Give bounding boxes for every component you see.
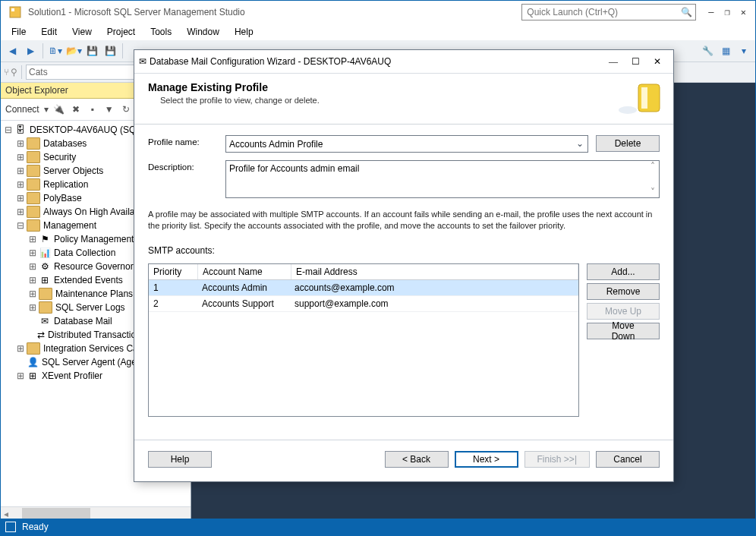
nav-back-icon[interactable]: ◀ [4,43,20,59]
delete-button[interactable]: Delete [596,135,660,152]
table-header: Priority Account Name E-mail Address [149,264,578,280]
status-text: Ready [22,522,49,532]
expand-icon[interactable]: ⊞ [16,138,25,150]
grid-icon[interactable]: ▦ [717,43,734,59]
move-up-button: Move Up [587,303,660,320]
svg-rect-3 [641,87,647,109]
move-down-button[interactable]: Move Down [587,323,660,339]
menu-window[interactable]: Window [181,25,225,39]
col-account[interactable]: Account Name [198,264,291,279]
resource-gov-icon: ⚙ [39,261,51,272]
back-button[interactable]: < Back [385,451,449,468]
tree-extended-events[interactable]: Extended Events [52,275,123,285]
textarea-scrollbar[interactable]: ˄˅ [646,161,659,197]
cancel-button[interactable]: Cancel [596,451,660,468]
folder-icon [27,137,40,150]
collapse-icon[interactable]: ⊟ [4,125,13,136]
save-icon[interactable]: 💾 [83,43,100,59]
agent-icon: 👤 [27,357,39,367]
disconnect-icon[interactable]: ✖ [68,103,83,115]
info-text: A profile may be associated with multipl… [148,209,660,232]
window-title: Solution1 - Microsoft SQL Server Managem… [28,7,245,17]
menu-project[interactable]: Project [101,25,141,39]
svg-point-4 [619,106,637,114]
tree-replication[interactable]: Replication [42,179,88,190]
connect-icon[interactable]: 🔌 [52,103,67,115]
tree-xevent[interactable]: XEvent Profiler [40,370,102,381]
menu-help[interactable]: Help [228,25,260,39]
minimize-button[interactable]: — [708,7,713,17]
titlebar: Solution1 - Microsoft SQL Server Managem… [1,1,755,24]
description-value: Profile for Accounts admin email [229,163,359,174]
dialog-heading: Manage Existing Profile [148,81,617,93]
dialog-icon: ✉ [139,56,146,67]
server-icon: 🗄 [14,125,27,135]
tree-resource-gov[interactable]: Resource Governor [52,261,134,272]
svg-rect-1 [11,8,14,11]
statusbar: Ready [1,519,755,535]
tree-database-mail[interactable]: Database Mail [52,316,112,326]
wizard-banner-icon [617,81,663,118]
tree-databases[interactable]: Databases [42,138,87,149]
dtc-icon: ⇄ [37,329,45,340]
dialog-subheading: Select the profile to view, change or de… [148,96,617,105]
tree-management[interactable]: Management [42,220,96,231]
dialog-maximize-button[interactable]: ☐ [632,56,640,68]
policy-icon: ⚑ [39,234,51,244]
ssms-window: Solution1 - Microsoft SQL Server Managem… [0,0,756,536]
more-icon[interactable]: ▾ [736,43,752,59]
new-query-icon[interactable]: 🗎▾ [47,43,64,59]
refresh-icon[interactable]: ↻ [118,103,134,115]
table-row[interactable]: 2 Accounts Support support@example.com [149,296,578,312]
table-row[interactable]: 1 Accounts Admin accounts@example.com [149,280,578,296]
col-priority[interactable]: Priority [149,264,198,279]
smtp-buttons: Add... Remove Move Up Move Down [587,263,660,417]
tree-security[interactable]: Security [42,152,76,162]
tools-icon[interactable]: 🔧 [699,43,716,59]
collapse-icon[interactable]: ⊟ [16,220,25,232]
tree-maintenance[interactable]: Maintenance Plans [54,288,133,299]
stop-icon[interactable]: ▪ [85,103,100,115]
connect-label[interactable]: Connect [4,104,41,115]
menu-file[interactable]: File [5,25,32,39]
add-button[interactable]: Add... [587,263,660,280]
finish-button: Finish >>| [524,451,590,468]
dialog-minimize-button[interactable]: — [609,56,618,68]
menu-edit[interactable]: Edit [35,25,63,39]
filter-icon[interactable]: ▼ [102,103,117,115]
tree-policy[interactable]: Policy Management [52,234,134,244]
col-email[interactable]: E-mail Address [291,264,578,279]
tree-polybase[interactable]: PolyBase [42,193,82,203]
description-label: Description: [148,160,218,172]
branch-icon[interactable]: ⑂ [4,67,9,77]
help-button[interactable]: Help [148,451,212,468]
profile-name-combo[interactable]: Accounts Admin Profile ⌄ [225,135,588,153]
dialog-footer: Help < Back Next > Finish >>| Cancel [134,440,673,481]
tree-server-objects[interactable]: Server Objects [42,166,103,176]
smtp-accounts-table[interactable]: Priority Account Name E-mail Address 1 A… [148,263,579,417]
menu-tools[interactable]: Tools [144,25,178,39]
next-button[interactable]: Next > [455,451,518,468]
maximize-button[interactable]: ❐ [725,7,730,17]
app-icon [8,5,22,19]
tree-data-collection[interactable]: Data Collection [52,248,115,258]
search-icon[interactable]: 🔍 [681,7,692,17]
menu-view[interactable]: View [66,25,98,39]
dialog-close-button[interactable]: ✕ [654,56,661,68]
close-button[interactable]: ✕ [741,7,746,17]
tree-sql-logs[interactable]: SQL Server Logs [54,302,125,313]
remove-button[interactable]: Remove [587,283,660,300]
data-collection-icon: 📊 [39,248,51,258]
description-textarea[interactable]: Profile for Accounts admin email ˄˅ [225,160,660,198]
save-all-icon[interactable]: 💾 [102,43,118,59]
xevent-icon: ⊞ [27,370,39,381]
tag-icon[interactable]: ⚲ [11,67,17,77]
menubar: File Edit View Project Tools Window Help [1,24,755,40]
quick-launch[interactable]: 🔍 [521,4,696,20]
quick-launch-input[interactable] [525,6,681,18]
chevron-down-icon[interactable]: ⌄ [574,137,586,150]
smtp-accounts-label: SMTP accounts: [148,245,660,256]
open-icon[interactable]: 📂▾ [65,43,82,59]
dialog-titlebar[interactable]: ✉ Database Mail Configuration Wizard - D… [134,50,673,74]
nav-fwd-icon[interactable]: ▶ [22,43,39,59]
